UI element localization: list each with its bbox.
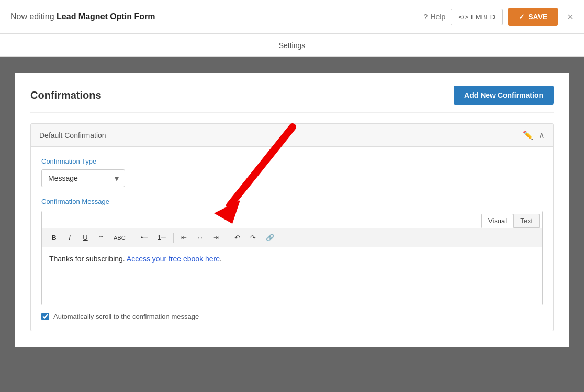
editor-toolbar: B I U ““ ABC •─ 1─ ⇤ ↔ bbox=[42, 228, 542, 247]
editing-label: Now editing bbox=[10, 12, 54, 21]
confirmation-section: Default Confirmation ✏️ ∧ Confirmation T… bbox=[30, 123, 554, 331]
checkbox-row: Automatically scroll to the confirmation… bbox=[41, 313, 543, 320]
italic-button[interactable]: I bbox=[63, 232, 76, 244]
pencil-icon: ✏️ bbox=[523, 131, 533, 140]
confirmation-message-label: Confirmation Message bbox=[41, 198, 543, 205]
toolbar-separator-1 bbox=[133, 233, 133, 243]
confirmation-body: Confirmation Type Message Redirect URL P… bbox=[31, 147, 553, 331]
align-right-button[interactable]: ⇥ bbox=[209, 232, 223, 244]
toolbar-separator-2 bbox=[173, 233, 174, 243]
confirmation-header: Default Confirmation ✏️ ∧ bbox=[31, 124, 553, 147]
confirmation-type-select[interactable]: Message Redirect URL Page bbox=[41, 169, 125, 187]
ordered-list-button[interactable]: 1─ bbox=[153, 232, 169, 244]
editor-link[interactable]: Access your free ebook here bbox=[127, 255, 220, 263]
editor-content[interactable]: Thanks for subscribing. Access your free… bbox=[42, 247, 542, 305]
editor-container: Visual Text B I U ““ ABC bbox=[41, 211, 543, 305]
settings-tab[interactable]: Settings bbox=[268, 34, 316, 56]
help-icon: ? bbox=[424, 13, 428, 21]
edit-confirmation-button[interactable]: ✏️ bbox=[523, 130, 533, 140]
embed-icon: </> bbox=[458, 13, 468, 21]
main-content: Confirmations Add New Confirmation Defau… bbox=[0, 57, 584, 392]
top-bar-actions: ? Help </> EMBED ✓ SAVE × bbox=[424, 8, 574, 26]
align-center-button[interactable]: ↔ bbox=[193, 232, 207, 244]
tab-text[interactable]: Text bbox=[513, 214, 540, 228]
blockquote-button[interactable]: ““ bbox=[94, 233, 108, 243]
confirmation-type-field: Confirmation Type Message Redirect URL P… bbox=[41, 157, 543, 198]
card: Confirmations Add New Confirmation Defau… bbox=[15, 73, 569, 347]
confirmation-message-field: Confirmation Message bbox=[41, 198, 543, 320]
top-bar: Now editing Lead Magnet Optin Form ? Hel… bbox=[0, 0, 584, 34]
confirmation-section-title: Default Confirmation bbox=[39, 131, 106, 140]
card-title: Confirmations bbox=[30, 89, 102, 101]
embed-button[interactable]: </> EMBED bbox=[451, 9, 503, 25]
check-icon: ✓ bbox=[519, 13, 525, 21]
link-button[interactable]: 🔗 bbox=[262, 232, 278, 244]
bold-button[interactable]: B bbox=[47, 232, 61, 244]
editing-title: Now editing Lead Magnet Optin Form bbox=[10, 12, 155, 21]
form-name: Lead Magnet Optin Form bbox=[57, 12, 155, 21]
toolbar-separator-3 bbox=[227, 233, 227, 243]
help-button[interactable]: ? Help bbox=[424, 13, 446, 21]
auto-scroll-checkbox[interactable] bbox=[41, 313, 49, 320]
close-button[interactable]: × bbox=[567, 11, 574, 23]
editor-text: Thanks for subscribing. bbox=[49, 255, 125, 263]
auto-scroll-label: Automatically scroll to the confirmation… bbox=[53, 313, 199, 320]
collapse-confirmation-button[interactable]: ∧ bbox=[538, 130, 545, 140]
chevron-up-icon: ∧ bbox=[538, 131, 545, 140]
strikethrough-button[interactable]: ABC bbox=[110, 232, 129, 244]
add-new-confirmation-button[interactable]: Add New Confirmation bbox=[454, 86, 554, 105]
sub-nav: Settings bbox=[0, 34, 584, 57]
card-header: Confirmations Add New Confirmation bbox=[30, 86, 554, 113]
confirmation-type-label: Confirmation Type bbox=[41, 157, 543, 165]
save-button[interactable]: ✓ SAVE bbox=[508, 8, 558, 26]
confirmation-header-icons: ✏️ ∧ bbox=[523, 130, 545, 140]
redo-button[interactable]: ↷ bbox=[246, 232, 260, 244]
editor-wrapper: Visual Text B I U ““ ABC bbox=[41, 211, 543, 320]
tab-visual[interactable]: Visual bbox=[481, 214, 513, 228]
editor-after-link: . bbox=[220, 255, 222, 263]
align-left-button[interactable]: ⇤ bbox=[177, 232, 191, 244]
underline-button[interactable]: U bbox=[78, 232, 92, 244]
confirmation-type-select-wrap: Message Redirect URL Page bbox=[41, 169, 125, 187]
unordered-list-button[interactable]: •─ bbox=[137, 232, 152, 244]
editor-tabs: Visual Text bbox=[42, 211, 542, 228]
undo-button[interactable]: ↶ bbox=[231, 232, 244, 244]
